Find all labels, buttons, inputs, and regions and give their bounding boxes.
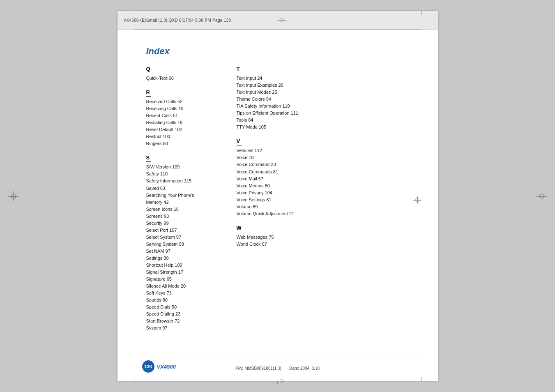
- entry-soft-keys: Soft Keys 73: [146, 290, 224, 297]
- entry-speed-dialing: Speed Dialing 23: [146, 311, 224, 318]
- corner-line-bl: [134, 377, 134, 381]
- section-w-letter: W: [237, 225, 242, 232]
- section-r: R Received Calls 52 Receiving Calls 19 R…: [146, 88, 224, 147]
- entry-reset-default: Reset Default 102: [146, 126, 224, 133]
- entry-searching: Searching Your Phone's: [146, 192, 224, 199]
- entry-ringers: Ringers 88: [146, 140, 224, 147]
- corner-line-tr: [421, 11, 421, 15]
- entry-received-calls: Received Calls 52: [146, 98, 224, 105]
- entry-signal-strength: Signal Strength 17: [146, 269, 224, 276]
- entry-select-system: Select System 97: [146, 234, 224, 241]
- content-area: Index Q Quick-Text 66 R Received Calls 5…: [142, 46, 417, 339]
- entry-safety: Safety 110: [146, 171, 224, 178]
- entry-tty-mode: TTY Mode 105: [237, 124, 413, 131]
- top-rule: [134, 30, 421, 30]
- section-r-letter: R: [146, 89, 151, 97]
- entry-redialing-calls: Redialing Calls 19: [146, 119, 224, 126]
- entry-screens: Screens 93: [146, 213, 224, 220]
- entry-settings: Settings 88: [146, 255, 224, 262]
- entry-screen-icons: Screen Icons 18: [146, 206, 224, 213]
- right-column: T Text Input 24 Text Input Examples 26 T…: [233, 65, 413, 339]
- entry-serving-system: Serving System 98: [146, 241, 224, 248]
- entry-quick-text: Quick-Text 66: [146, 75, 224, 82]
- entry-text-input-examples: Text Input Examples 26: [237, 82, 413, 89]
- entry-silence-all-mode: Silence All Mode 20: [146, 283, 224, 290]
- section-q: Q Quick-Text 66: [146, 65, 224, 82]
- entry-vehicles: Vehicles 112: [237, 147, 413, 154]
- reg-mark-left: [8, 191, 18, 201]
- corner-line-br: [421, 377, 421, 381]
- section-s-letter: S: [146, 154, 151, 162]
- section-t-letter: T: [237, 66, 242, 73]
- entry-voice-commands: Voice Commands 81: [237, 168, 413, 175]
- entry-shortcut-help: Shortcut Help 109: [146, 262, 224, 269]
- index-columns: Q Quick-Text 66 R Received Calls 52 Rece…: [146, 65, 413, 339]
- entry-sw-version: S/W Version 109: [146, 164, 224, 171]
- entry-voice: Voice 78: [237, 154, 413, 161]
- entry-start-browser: Start Browser 72: [146, 318, 224, 325]
- entry-voice-mail: Voice Mail 57: [237, 175, 413, 182]
- part-number: P/N: MMBB0091801(1.3): [235, 366, 281, 371]
- bottom-rule: [134, 358, 421, 358]
- page-container: VX4500-(E)Small (1.3).QXD 8/17/04 5:08 P…: [0, 0, 555, 392]
- section-w: W Web Messages 75 World Clock 87: [237, 224, 413, 248]
- corner-line-tl: [134, 11, 134, 15]
- header-text: VX4500-(E)Small (1.3).QXD 8/17/04 5:08 P…: [124, 18, 231, 23]
- entry-set-nam: Set NAM 97: [146, 248, 224, 255]
- entry-text-input-modes: Text Input Modes 25: [237, 89, 413, 96]
- entry-world-clock: World Clock 87: [237, 241, 413, 248]
- entry-voice-command: Voice Command 23: [237, 161, 413, 168]
- entry-text-input: Text Input 24: [237, 75, 413, 82]
- entry-volume: Volume 89: [237, 203, 413, 210]
- section-v-letter: V: [237, 138, 242, 145]
- entry-tia-safety: TIA Safety Information 110: [237, 103, 413, 110]
- entry-voice-privacy: Voice Privacy 104: [237, 189, 413, 196]
- reg-mark-right: [537, 191, 547, 201]
- entry-tools: Tools 84: [237, 117, 413, 124]
- section-v: V Vehicles 112 Voice 78 Voice Command 23…: [237, 137, 413, 217]
- page: VX4500-(E)Small (1.3).QXD 8/17/04 5:08 P…: [117, 11, 438, 381]
- entry-signature: Signature 65: [146, 276, 224, 283]
- entry-security: Security 99: [146, 220, 224, 227]
- entry-safety-information: Safety Information 115: [146, 178, 224, 184]
- entry-memory: Memory 42: [146, 199, 224, 206]
- phone-model-label: VX4500: [157, 364, 176, 370]
- section-s: S S/W Version 109 Safety 110 Safety Info…: [146, 154, 224, 332]
- page-number-badge: 138: [142, 360, 154, 373]
- entry-restrict: Restrict 100: [146, 133, 224, 140]
- entry-tips-efficient: Tips on Efficient Operation 111: [237, 110, 413, 117]
- entry-receiving-calls: Receiving Calls 19: [146, 105, 224, 112]
- entry-volume-quick: Volume Quick Adjustment 21: [237, 210, 413, 217]
- entry-select-port: Select Port 107: [146, 227, 224, 234]
- section-q-letter: Q: [146, 66, 151, 73]
- footer-center: P/N: MMBB0091801(1.3) Date: 2004 .8.10: [235, 366, 320, 371]
- entry-theme-colors: Theme Colors 94: [237, 96, 413, 103]
- entry-voice-memos: Voice Memos 80: [237, 182, 413, 189]
- page-title: Index: [146, 46, 413, 57]
- entry-system: System 97: [146, 325, 224, 332]
- entry-voice-settings: Voice Settings 81: [237, 196, 413, 203]
- entry-sounds: Sounds 88: [146, 297, 224, 304]
- entry-speed-dials: Speed Dials 50: [146, 304, 224, 311]
- entry-recent-calls: Recent Calls 51: [146, 112, 224, 119]
- section-t: T Text Input 24 Text Input Examples 26 T…: [237, 65, 413, 131]
- entry-web-messages: Web Messages 75: [237, 234, 413, 241]
- date-label: Date: 2004 .8.10: [289, 366, 320, 371]
- entry-saved: Saved 63: [146, 185, 224, 192]
- left-column: Q Quick-Text 66 R Received Calls 52 Rece…: [146, 65, 233, 339]
